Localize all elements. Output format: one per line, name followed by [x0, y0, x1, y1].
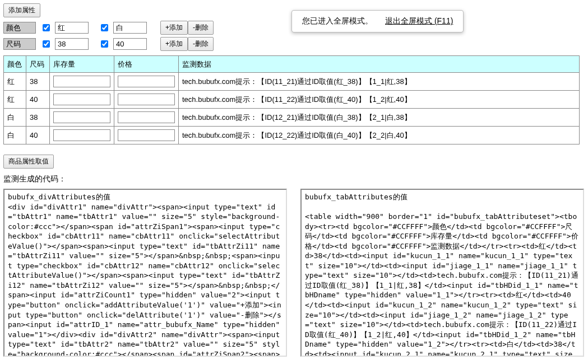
- price-input[interactable]: [118, 129, 175, 141]
- header-color: 颜色: [4, 56, 26, 73]
- generated-code-title: 监测生成的代码：: [3, 174, 585, 184]
- code-left-textarea[interactable]: [3, 189, 287, 357]
- header-stock: 库存量: [50, 56, 114, 73]
- attribute-value-input[interactable]: [55, 22, 89, 34]
- exit-fullscreen-link[interactable]: 退出全屏模式 (F11): [385, 16, 453, 26]
- stock-input[interactable]: [53, 94, 110, 105]
- header-price: 价格: [114, 56, 179, 73]
- cell-monitor: tech.bubufx.com提示：【ID(12_22)通过ID取值(白_40)…: [179, 127, 580, 144]
- attribute-name-input[interactable]: [3, 38, 36, 50]
- attribute-value-checkbox[interactable]: [101, 24, 108, 31]
- cell-color: 白: [4, 127, 26, 144]
- cell-color: 红: [4, 73, 26, 91]
- cell-stock: [50, 127, 114, 144]
- attribute-name-input[interactable]: [3, 22, 36, 34]
- table-header-row: 颜色 尺码 库存量 价格 监测数据: [4, 56, 580, 73]
- stock-input[interactable]: [53, 76, 110, 87]
- attribute-value-checkbox[interactable]: [101, 40, 108, 48]
- delete-attribute-button[interactable]: -删除: [188, 21, 214, 35]
- attribute-value-checkbox[interactable]: [43, 24, 50, 31]
- table-row: 红 40 tech.bubufx.com提示：【ID(11_22)通过ID取值(…: [4, 91, 580, 109]
- fullscreen-banner: 您已进入全屏模式。 退出全屏模式 (F11): [291, 10, 464, 32]
- cell-price: [114, 127, 179, 144]
- table-row: 白 40 tech.bubufx.com提示：【ID(12_22)通过ID取值(…: [4, 127, 580, 144]
- cell-color: 红: [4, 91, 26, 109]
- cell-color: 白: [4, 109, 26, 127]
- cell-price: [114, 91, 179, 109]
- get-attribute-values-button[interactable]: 商品属性取值: [3, 155, 54, 169]
- table-row: 红 38 tech.bubufx.com提示：【ID(11_21)通过ID取值(…: [4, 73, 580, 91]
- attribute-value-input[interactable]: [55, 38, 89, 50]
- delete-attribute-button[interactable]: -删除: [188, 37, 214, 51]
- add-value-button[interactable]: +添加: [160, 37, 188, 51]
- cell-monitor: tech.bubufx.com提示：【ID(11_21)通过ID取值(红_38)…: [179, 73, 580, 91]
- attribute-value-input[interactable]: [113, 38, 147, 50]
- cell-stock: [50, 91, 114, 109]
- price-input[interactable]: [118, 76, 175, 87]
- attribute-combination-table: 颜色 尺码 库存量 价格 监测数据 红 38 tech.bubufx.com提示…: [3, 55, 580, 144]
- add-value-button[interactable]: +添加: [160, 21, 188, 35]
- cell-monitor: tech.bubufx.com提示：【ID(12_21)通过ID取值(白_38)…: [179, 109, 580, 127]
- attribute-value-input[interactable]: [113, 22, 147, 34]
- cell-size: 38: [26, 109, 50, 127]
- header-monitor: 监测数据: [179, 56, 580, 73]
- price-input[interactable]: [118, 111, 175, 123]
- cell-price: [114, 73, 179, 91]
- attribute-value-checkbox[interactable]: [43, 40, 50, 48]
- table-row: 白 38 tech.bubufx.com提示：【ID(12_21)通过ID取值(…: [4, 109, 580, 127]
- cell-stock: [50, 73, 114, 91]
- header-size: 尺码: [26, 56, 50, 73]
- cell-size: 40: [26, 127, 50, 144]
- cell-size: 40: [26, 91, 50, 109]
- add-attribute-button[interactable]: 添加属性: [3, 3, 40, 17]
- stock-input[interactable]: [53, 129, 110, 141]
- price-input[interactable]: [118, 94, 175, 105]
- code-right-textarea[interactable]: [300, 189, 584, 357]
- attribute-row: +添加 -删除: [3, 37, 585, 51]
- cell-monitor: tech.bubufx.com提示：【ID(11_22)通过ID取值(红_40)…: [179, 91, 580, 109]
- cell-size: 38: [26, 73, 50, 91]
- cell-stock: [50, 109, 114, 127]
- stock-input[interactable]: [53, 111, 110, 123]
- cell-price: [114, 109, 179, 127]
- fullscreen-message: 您已进入全屏模式。: [302, 16, 373, 26]
